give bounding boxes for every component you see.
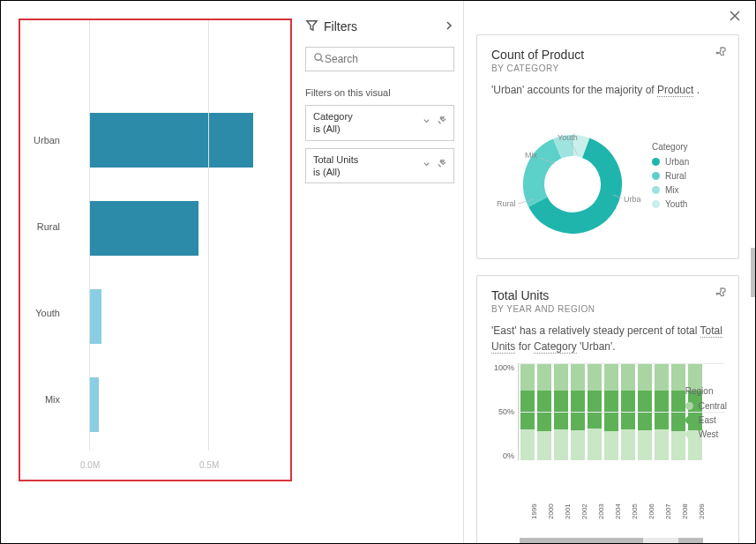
filter-section-title: Filters on this visual xyxy=(305,87,454,98)
bar-label: Mix xyxy=(19,394,67,405)
pane-vertical-scrollbar[interactable] xyxy=(750,1,755,543)
segment-west xyxy=(554,429,568,460)
bar-label: Youth xyxy=(19,308,67,318)
legend-item[interactable]: Mix xyxy=(652,185,689,195)
segment-west xyxy=(604,431,618,460)
filter-icon xyxy=(305,19,318,34)
main-visual-panel: Urban Rural Youth Mix 0.0M 0.5M xyxy=(1,1,296,543)
svg-point-0 xyxy=(315,54,321,60)
segment-east xyxy=(537,391,551,431)
segment-west xyxy=(621,429,635,460)
segment-east xyxy=(638,391,652,430)
legend-item[interactable]: West xyxy=(685,429,727,439)
filter-card-total-units[interactable]: Total Units is (All) xyxy=(305,148,454,184)
x-axis-tick: 0.0M xyxy=(80,460,100,470)
segment-central xyxy=(655,363,669,391)
clear-filter-icon[interactable] xyxy=(437,160,446,172)
legend-item[interactable]: Central xyxy=(685,401,727,411)
segment-central xyxy=(588,363,602,391)
bar-mix[interactable] xyxy=(89,377,99,432)
donut-label-youth: Youth xyxy=(558,133,578,142)
segment-west xyxy=(655,429,669,460)
y-tick: 0% xyxy=(491,451,514,460)
search-box[interactable] xyxy=(305,47,454,71)
search-input[interactable] xyxy=(325,53,446,65)
segment-central xyxy=(554,363,568,391)
segment-central xyxy=(638,363,652,391)
segment-west xyxy=(537,431,551,460)
x-tick: 2006 xyxy=(647,505,655,519)
stacked-legend: Region Central East West xyxy=(685,386,727,443)
bar-row-urban: Urban xyxy=(71,98,283,182)
x-tick: 2008 xyxy=(681,505,689,519)
close-button[interactable] xyxy=(729,10,741,25)
insight-link-category[interactable]: Category xyxy=(534,340,577,354)
insight-description: 'Urban' accounts for the majority of Pro… xyxy=(491,82,724,98)
x-tick: 2002 xyxy=(580,505,588,519)
segment-west xyxy=(671,431,685,460)
y-tick: 100% xyxy=(491,363,514,372)
x-tick: 2001 xyxy=(564,505,572,519)
segment-east xyxy=(621,391,635,429)
legend-item[interactable]: East xyxy=(685,415,727,425)
chevron-down-icon[interactable] xyxy=(422,116,431,129)
filter-field-value: is (All) xyxy=(313,166,358,178)
segment-central xyxy=(621,363,635,391)
bar-label: Urban xyxy=(19,135,67,145)
legend-item[interactable]: Rural xyxy=(652,171,689,181)
insight-title: Total Units xyxy=(491,288,724,302)
donut-chart[interactable]: Youth Mix Rural Urban xyxy=(491,107,641,248)
bar-row-mix: Mix xyxy=(71,362,283,446)
filters-pane: Filters Filters on this visual Category … xyxy=(296,1,464,543)
segment-west xyxy=(520,429,535,460)
filter-field-name: Category xyxy=(313,110,353,123)
chevron-down-icon[interactable] xyxy=(422,160,431,172)
legend-item[interactable]: Youth xyxy=(652,199,689,209)
x-tick: 2005 xyxy=(631,505,639,519)
segment-west xyxy=(588,428,602,460)
filters-header: Filters xyxy=(305,19,454,34)
x-tick: 2007 xyxy=(664,505,672,519)
scrollbar-thumb[interactable] xyxy=(751,248,755,297)
x-tick: 2004 xyxy=(614,505,622,519)
y-tick: 50% xyxy=(491,407,514,416)
insight-description: 'East' has a relatively steady percent o… xyxy=(491,323,724,354)
segment-central xyxy=(537,363,551,391)
bar-urban[interactable] xyxy=(89,113,253,168)
bar-row-youth: Youth xyxy=(71,274,283,358)
x-tick: 1999 xyxy=(530,505,538,519)
x-tick: 2009 xyxy=(698,505,706,519)
segment-central xyxy=(671,363,685,391)
scrollbar-thumb[interactable] xyxy=(520,538,643,543)
chevron-right-icon[interactable] xyxy=(444,20,454,34)
segment-east xyxy=(554,391,568,429)
insight-link-product[interactable]: Product xyxy=(657,84,693,97)
segment-east xyxy=(671,391,685,431)
insight-subtitle: BY CATEGORY xyxy=(491,63,724,73)
segment-east xyxy=(520,391,535,429)
insights-pane: Count of Product BY CATEGORY 'Urban' acc… xyxy=(464,1,755,543)
filter-field-name: Total Units xyxy=(313,153,358,166)
bar-row-rural: Rural xyxy=(71,186,283,270)
pin-icon[interactable] xyxy=(715,287,728,302)
x-tick: 2000 xyxy=(547,505,555,519)
chart-horizontal-scrollbar[interactable] xyxy=(520,538,703,543)
scrollbar-thumb[interactable] xyxy=(678,538,703,543)
legend-item[interactable]: Urban xyxy=(652,157,689,167)
bar-chart[interactable]: Urban Rural Youth Mix 0.0M 0.5M xyxy=(19,19,292,477)
insight-card-count-product: Count of Product BY CATEGORY 'Urban' acc… xyxy=(476,34,739,259)
segment-east xyxy=(655,391,669,429)
segment-east xyxy=(571,391,585,430)
bar-youth[interactable] xyxy=(89,289,101,344)
filter-field-value: is (All) xyxy=(313,123,353,135)
clear-filter-icon[interactable] xyxy=(437,116,446,129)
filter-card-category[interactable]: Category is (All) xyxy=(305,105,454,141)
insight-title: Count of Product xyxy=(491,48,724,62)
segment-central xyxy=(604,363,618,391)
donut-label-mix: Mix xyxy=(525,151,537,160)
bar-rural[interactable] xyxy=(89,201,198,256)
x-tick: 2003 xyxy=(597,505,605,519)
bar-label: Rural xyxy=(19,221,67,232)
pin-icon[interactable] xyxy=(715,46,728,61)
filters-title: Filters xyxy=(324,19,357,34)
